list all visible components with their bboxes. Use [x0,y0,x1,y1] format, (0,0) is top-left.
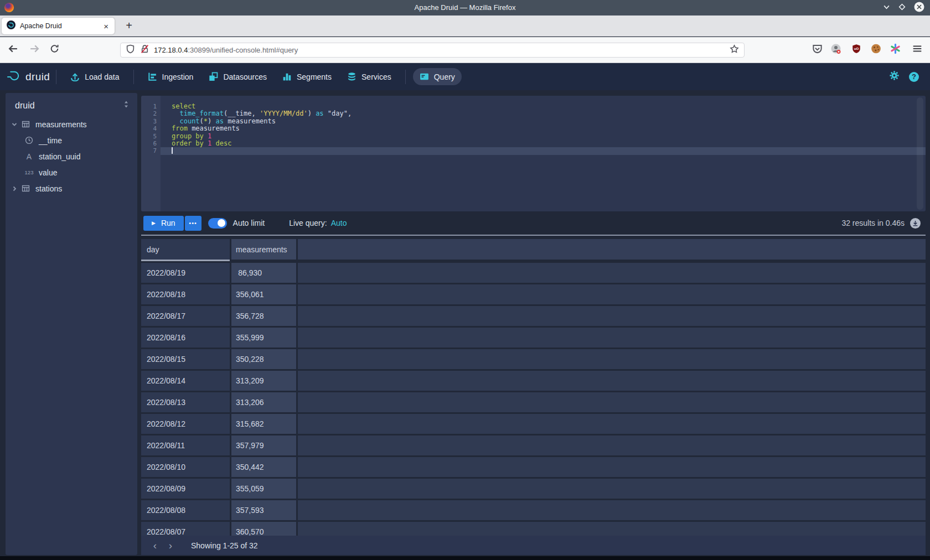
load-data-icon [70,72,80,81]
cell-day[interactable]: 2022/08/11 [141,435,230,455]
cell-day[interactable]: 2022/08/09 [141,479,230,499]
url-bar[interactable]: 172.18.0.4:30899/unified-console.html#qu… [120,43,745,58]
tab-title: Apache Druid [20,22,102,30]
cell-day[interactable]: 2022/08/13 [141,392,230,412]
cell-day[interactable]: 2022/08/17 [141,306,230,326]
settings-gear-icon[interactable] [889,70,900,83]
back-icon[interactable] [8,43,19,56]
bookmark-star-icon[interactable] [730,44,739,56]
tree-item-stations[interactable]: stations [6,180,137,196]
code-line-1: select [161,103,926,110]
tree-item-measurements[interactable]: measurements [6,116,137,132]
url-path: :30899/unified-console.html#query [188,46,298,54]
cell-measurements[interactable]: 350,442 [231,457,296,477]
run-more-button[interactable]: ••• [185,216,202,231]
cell-measurements[interactable]: 315,682 [231,414,296,434]
chevron-down-icon[interactable] [11,121,18,128]
browser-tab[interactable]: Apache Druid × [2,18,115,34]
results-header: day measurements [141,239,926,260]
chevron-right-icon[interactable] [11,185,18,192]
window-maximize-icon[interactable] [898,3,906,13]
tracking-protection-shield-icon[interactable] [126,44,135,56]
tree-item-label: measurements [35,120,87,129]
cell-day[interactable]: 2022/08/08 [141,500,230,520]
insecure-lock-icon[interactable] [141,44,149,56]
chevron-left-icon[interactable]: ‹ [149,540,161,551]
window-close-icon[interactable] [914,2,924,14]
cell-day[interactable]: 2022/08/16 [141,328,230,348]
tree-item-__time[interactable]: __time [6,132,137,148]
cell-day[interactable]: 2022/08/18 [141,284,230,304]
forward-icon[interactable] [29,43,40,56]
tree-item-station_uuid[interactable]: Astation_uuid [6,148,137,164]
nav-item-label: Ingestion [162,72,194,81]
desktop-edge [0,556,930,560]
auto-limit-toggle[interactable] [208,218,227,229]
table-row: 2022/08/11357,979 [141,435,926,455]
column-header-day[interactable]: day [141,239,230,260]
nav-item-services[interactable]: Services [340,68,398,85]
cell-measurements[interactable]: 313,209 [231,371,296,391]
cell-measurements[interactable]: 350,228 [231,349,296,369]
cell-measurements[interactable]: 313,206 [231,392,296,412]
code-line-3: count(*) as measurements [161,118,926,125]
window-titlebar: Apache Druid — Mozilla Firefox [0,0,930,15]
download-icon[interactable] [910,218,921,229]
cell-filler [298,457,926,477]
number-type-icon: 123 [24,169,34,175]
nav-item-load-data[interactable]: Load data [64,68,126,85]
druid-logo[interactable]: druid [7,70,50,84]
browser-toolbar: 172.18.0.4:30899/unified-console.html#qu… [0,37,930,63]
line-number: 3 [141,118,161,125]
new-tab-button[interactable]: + [122,18,136,33]
editor-scrollbar[interactable] [917,97,923,210]
pagination-label: Showing 1-25 of 32 [191,541,258,550]
account-icon[interactable] [830,43,841,56]
help-icon[interactable]: ? [909,72,919,82]
run-button[interactable]: ▶ Run [143,216,184,231]
cell-filler [298,328,926,348]
text-cursor [172,147,173,154]
table-row: 2022/08/10350,442 [141,457,926,477]
cell-day[interactable]: 2022/08/19 [141,263,230,283]
menu-hamburger-icon[interactable] [912,44,922,56]
tree-item-value[interactable]: 123value [6,164,137,180]
code-line-7 [161,147,926,154]
reload-icon[interactable] [50,44,59,56]
cell-measurements[interactable]: 355,059 [231,479,296,499]
schema-selector[interactable]: druid [6,93,137,116]
cell-measurements[interactable]: 356,728 [231,306,296,326]
chevron-right-icon[interactable]: › [164,540,177,551]
cell-day[interactable]: 2022/08/15 [141,349,230,369]
table-row: 2022/08/17356,728 [141,306,926,326]
cell-measurements[interactable]: 355,999 [231,328,296,348]
cell-day[interactable]: 2022/08/14 [141,371,230,391]
nav-item-label: Query [434,72,455,81]
brand-text: druid [25,71,50,83]
cell-filler [298,414,926,434]
nav-item-datasources[interactable]: Datasources [202,68,273,85]
sql-editor[interactable]: 1234567 select time_format(__time, 'YYYY… [141,96,926,211]
nav-item-ingestion[interactable]: Ingestion [141,68,200,85]
asterisk-extension-icon[interactable] [890,44,901,56]
cell-measurements[interactable]: 356,061 [231,284,296,304]
nav-item-label: Services [361,72,391,81]
cell-measurements[interactable]: 86,930 [231,263,296,283]
cell-measurements[interactable]: 357,979 [231,435,296,455]
cell-day[interactable]: 2022/08/12 [141,414,230,434]
sorted-column-indicator [141,260,230,261]
nav-item-segments[interactable]: Segments [276,68,338,85]
ublock-extension-icon[interactable]: uO [851,44,861,56]
live-query-value[interactable]: Auto [331,219,347,227]
tab-close-icon[interactable]: × [102,22,110,30]
query-panel: 1234567 select time_format(__time, 'YYYY… [141,96,926,555]
cell-day[interactable]: 2022/08/10 [141,457,230,477]
cell-filler [298,284,926,304]
cell-measurements[interactable]: 357,593 [231,500,296,520]
cookie-extension-icon[interactable] [871,44,881,56]
double-caret-sort-icon[interactable] [123,100,130,111]
window-minimize-icon[interactable] [883,3,890,13]
nav-item-query[interactable]: Query [413,68,462,85]
pocket-icon[interactable] [812,44,823,56]
column-header-measurements[interactable]: measurements [231,239,296,260]
